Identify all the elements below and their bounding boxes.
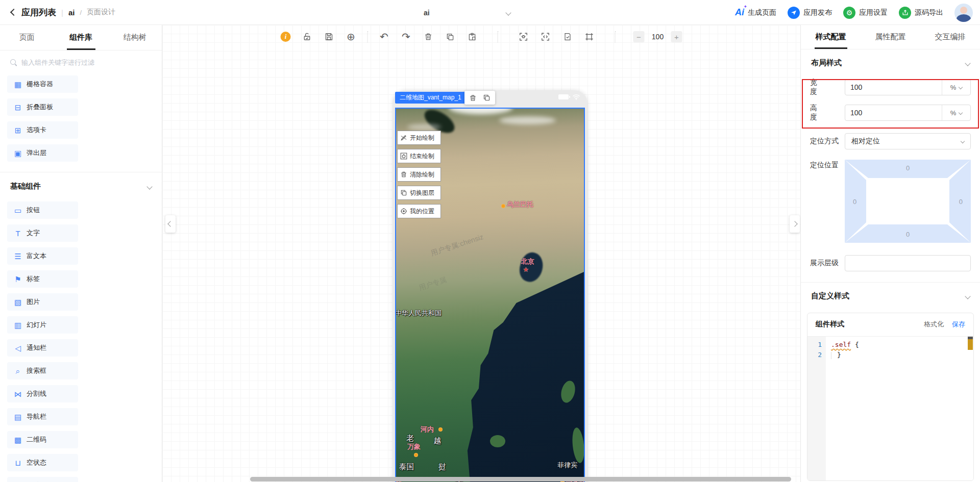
text-icon: T [14,230,22,237]
navbar-chip[interactable]: ▤ 导航栏 [7,408,78,425]
grid-container-chip[interactable]: ▦ 栅格容器 [7,75,78,93]
component-search-input[interactable] [21,59,152,66]
collapse-panel-chip[interactable]: ⊟ 折叠面板 [7,98,78,116]
tab-pages[interactable]: 页面 [0,25,54,50]
component-style-title: 组件样式 [816,320,844,329]
popup-layer-icon: ▣ [14,149,22,157]
collapse-right-panel-button[interactable] [790,215,800,233]
frame-icon[interactable] [584,31,595,42]
editor-scrollbar[interactable] [968,337,973,339]
search-box-label: 搜索框 [27,366,46,375]
undo-icon[interactable]: ↶ [379,31,390,42]
offset-top-value[interactable]: 0 [906,164,910,172]
rich-text-icon: ☰ [14,252,22,260]
map-label-beijing: 北京 [521,257,534,266]
delete-component-icon[interactable] [469,94,477,102]
tag-chip[interactable]: ⚑ 标签 [7,270,78,288]
width-unit-select[interactable]: % [942,80,970,95]
empty-state-chip[interactable]: ⊔ 空状态 [7,454,78,471]
notice-bar-chip[interactable]: ◁ 通知栏 [7,339,78,357]
page-check-icon[interactable] [562,31,573,42]
my-location-button[interactable]: 我的位置 [397,204,441,218]
map-component[interactable]: 用户专属:chensiz 用户专属 乌兰巴托 北京 ★ 中华人民共和国 河内 老… [395,108,585,482]
breadcrumb: 页面设计 [87,8,115,17]
export-source-button[interactable]: 源码导出 [899,7,943,19]
z-index-input[interactable] [845,259,970,267]
delete-icon[interactable] [423,31,434,42]
collapse-left-panel-button[interactable] [165,215,176,233]
tab-style-config[interactable]: 样式配置 [801,25,861,49]
switch-layer-button[interactable]: 切换图层 [397,186,441,200]
selected-component-label[interactable]: 二维地图_vant_map_1 [395,92,466,104]
app-name: ai [68,8,75,17]
qrcode-chip[interactable]: ▩ 二维码 [7,431,78,448]
clear-draw-button[interactable]: 清除绘制 [397,167,441,182]
save-icon[interactable] [324,31,335,42]
back-icon[interactable] [11,10,16,15]
battery-icon [558,94,569,99]
position-offset-box[interactable]: 0 0 0 0 [845,160,971,243]
tabs-card-chip[interactable]: ⊞ 选项卡 [7,121,78,139]
rich-text-chip[interactable]: ☰ 富文本 [7,247,78,265]
ai-logo-icon: Ai✦ [735,7,744,18]
end-draw-button[interactable]: 结束绘制 [397,149,441,163]
image-label: 图片 [27,297,40,307]
image-chip[interactable]: ▧ 图片 [7,293,78,311]
code-area[interactable]: .self { } [826,337,973,480]
paste-icon[interactable] [467,31,478,42]
offset-bottom-value[interactable]: 0 [906,231,910,238]
user-avatar[interactable] [954,4,973,22]
start-draw-button[interactable]: 开始绘制 [397,131,441,145]
tab-structure-tree[interactable]: 结构树 [108,25,162,50]
duplicate-component-icon[interactable] [483,94,491,102]
css-code-editor[interactable]: 1 2 .self { } [807,336,973,480]
basic-components-section-header[interactable]: 基础组件 [0,172,162,197]
offset-right-value[interactable]: 0 [959,197,963,205]
width-input[interactable] [845,83,942,91]
zoom-out-button[interactable]: − [633,31,645,42]
component-search [0,50,162,71]
copy-icon[interactable] [445,31,456,42]
slideshow-chip[interactable]: ▥ 幻灯片 [7,316,78,334]
tab-property-config[interactable]: 属性配置 [861,25,920,49]
generate-page-button[interactable]: Ai✦ 生成页面 [735,7,776,18]
offset-left-value[interactable]: 0 [853,197,856,205]
layout-style-section-header[interactable]: 布局样式 [801,49,980,74]
app-settings-button[interactable]: ⚙ 应用设置 [843,7,888,19]
height-input[interactable] [845,109,942,117]
publish-button[interactable]: 应用发布 [788,7,832,19]
design-canvas[interactable]: i ⊕ ↶ ↷ − [162,25,800,482]
preview-focus-icon[interactable] [518,31,529,42]
chevron-down-icon [505,10,511,15]
chevron-down-icon [965,293,970,299]
css-selector-token: .self [831,341,851,348]
width-row: 宽度 % [801,74,980,100]
map-pin[interactable] [438,427,443,432]
height-unit-select[interactable]: % [942,105,970,120]
target-icon[interactable]: ⊕ [346,31,357,42]
tab-component-library[interactable]: 组件库 [54,25,108,50]
text-chip[interactable]: T 文字 [7,224,78,242]
popup-layer-chip[interactable]: ▣ 弹出层 [7,144,78,162]
unlock-icon[interactable] [302,31,313,42]
save-style-button[interactable]: 保存 [952,320,965,329]
info-icon[interactable]: i [281,32,291,42]
notice-bar-icon: ◁ [14,344,22,352]
code-view-icon[interactable] [540,31,551,42]
tag-icon: ⚑ [14,275,22,283]
map-pin[interactable] [501,204,505,208]
map-2d-chip[interactable]: ⚐ 二维地图 [7,477,78,482]
zoom-in-button[interactable]: + [671,31,682,42]
divider-chip[interactable]: ⋈ 分割线 [7,385,78,402]
canvas-horizontal-scrollbar[interactable] [250,477,791,481]
button-chip[interactable]: ▭ 按钮 [7,201,78,219]
position-mode-select[interactable]: 相对定位 [845,133,971,149]
position-mode-row: 定位方式 相对定位 [801,130,980,153]
format-button[interactable]: 格式化 [924,320,944,329]
search-box-chip[interactable]: ⌕ 搜索框 [7,362,78,379]
redo-icon[interactable]: ↷ [401,31,412,42]
tab-interaction[interactable]: 交互编排 [920,25,980,49]
custom-style-section-header[interactable]: 自定义样式 [801,282,980,308]
back-label[interactable]: 应用列表 [21,7,56,18]
page-selector[interactable]: ai [424,0,510,25]
